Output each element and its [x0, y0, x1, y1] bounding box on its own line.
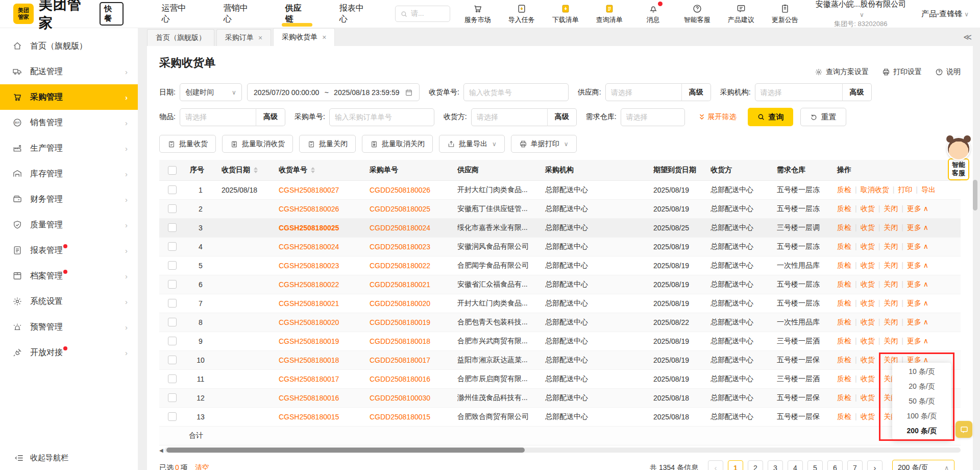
sidebar-item-finance[interactable]: 财务管理 ›: [0, 186, 138, 212]
row-checkbox[interactable]: [168, 185, 177, 194]
receipt-no-link[interactable]: CGSH2508180025: [279, 224, 339, 232]
nav-report-center[interactable]: 报表中心: [338, 1, 372, 27]
row-op-2[interactable]: 收货: [861, 393, 875, 402]
page-button-5[interactable]: 5: [807, 460, 823, 470]
page-button-6[interactable]: 6: [827, 460, 843, 470]
row-op-4[interactable]: 更多 ∧: [907, 242, 928, 250]
company-switcher[interactable]: 安徽蒸小皖...股份有限公司∨ 集团号: 83202086: [814, 0, 909, 29]
receiver-input[interactable]: [477, 113, 542, 121]
po-no-link[interactable]: CGDD2508180019: [370, 318, 430, 326]
receipt-no-link[interactable]: CGSH2508180024: [279, 243, 339, 251]
sidebar-item-delivery[interactable]: 配送管理 ›: [0, 59, 138, 84]
row-checkbox[interactable]: [168, 299, 177, 308]
po-no-link[interactable]: CGDD2508180025: [370, 205, 430, 213]
row-op-1[interactable]: 质检: [837, 356, 851, 364]
date-type-select[interactable]: 创建时间 ∨: [180, 83, 242, 101]
row-op-2[interactable]: 收货: [861, 299, 875, 307]
po-no-link[interactable]: CGDD2508180015: [370, 413, 430, 421]
po-no-link[interactable]: CGDD2508180020: [370, 299, 430, 308]
row-op-2[interactable]: 收货: [861, 223, 875, 231]
row-checkbox[interactable]: [168, 280, 177, 289]
sidebar-item-production[interactable]: 生产管理 ›: [0, 135, 138, 161]
batch-receive-button[interactable]: 批量收货: [159, 135, 216, 153]
row-op-2[interactable]: 收货: [861, 412, 875, 420]
page-button-3[interactable]: 3: [768, 460, 783, 470]
receipt-no-link[interactable]: CGSH2508180018: [279, 356, 339, 364]
row-op-1[interactable]: 质检: [837, 318, 851, 326]
row-op-1[interactable]: 质检: [837, 299, 851, 307]
row-op-1[interactable]: 质检: [837, 204, 851, 213]
collapse-tabs-icon[interactable]: ≪: [963, 32, 972, 42]
tab-purchase-receipts[interactable]: 采购收货单×: [273, 28, 335, 46]
row-op-4[interactable]: 导出: [921, 185, 936, 194]
supplier-input[interactable]: [611, 88, 676, 97]
close-icon[interactable]: ×: [322, 33, 326, 41]
row-op-1[interactable]: 质检: [837, 337, 851, 345]
purchase-org-advanced-button[interactable]: 高级: [842, 83, 872, 101]
row-op-3[interactable]: 关闭: [884, 261, 898, 269]
row-op-4[interactable]: 更多 ∧: [907, 299, 928, 307]
row-op-2[interactable]: 收货: [861, 318, 875, 326]
row-checkbox[interactable]: [168, 318, 177, 326]
receipt-no-link[interactable]: CGSH2508180015: [279, 413, 339, 421]
row-op-2[interactable]: 收货: [861, 374, 875, 383]
receipt-no-link[interactable]: CGSH2508180021: [279, 299, 339, 308]
row-op-3[interactable]: 关闭: [884, 204, 898, 213]
page-button-1[interactable]: 1: [728, 460, 743, 470]
hscroll-track[interactable]: [164, 448, 961, 453]
col-receipt-date[interactable]: 收货日期: [216, 160, 274, 180]
row-op-1[interactable]: 质检: [837, 412, 851, 420]
row-op-2[interactable]: 收货: [861, 280, 875, 288]
po-no-link[interactable]: CGDD2508180026: [370, 186, 430, 194]
row-op-2[interactable]: 收货: [861, 337, 875, 345]
row-op-3[interactable]: 打印: [898, 185, 912, 194]
supplier-advanced-button[interactable]: 高级: [681, 83, 711, 101]
row-checkbox[interactable]: [168, 337, 177, 345]
sidebar-item-home[interactable]: 首页（旗舰版）: [0, 33, 138, 59]
collapse-sidebar-button[interactable]: 收起导航栏: [0, 453, 138, 463]
row-op-4[interactable]: 更多 ∧: [907, 280, 928, 288]
receiver-advanced-button[interactable]: 高级: [547, 108, 577, 126]
item-advanced-button[interactable]: 高级: [256, 108, 285, 126]
download-list-button[interactable]: 下载清单: [551, 4, 580, 25]
row-op-2[interactable]: 收货: [861, 242, 875, 250]
po-no-link[interactable]: CGDD2508180017: [370, 356, 430, 364]
product-suggest-button[interactable]: 产品建议: [727, 4, 755, 25]
prev-page-button[interactable]: ‹: [708, 460, 723, 470]
row-op-1[interactable]: 质检: [837, 374, 851, 383]
po-no-input[interactable]: [335, 113, 429, 121]
sidebar-item-alerts[interactable]: 预警管理 ›: [0, 314, 138, 340]
page-button-4[interactable]: 4: [788, 460, 803, 470]
update-announcement-button[interactable]: 更新公告: [771, 4, 799, 25]
page-size-option[interactable]: 10 条/页: [892, 364, 951, 379]
row-op-4[interactable]: 更多 ∧: [907, 204, 928, 213]
row-op-1[interactable]: 质检: [837, 261, 851, 269]
smart-service-button[interactable]: 智能客服: [683, 4, 712, 25]
vertical-scrollbar-thumb[interactable]: [973, 180, 977, 210]
row-op-1[interactable]: 质检: [837, 280, 851, 288]
item-input[interactable]: [185, 113, 251, 121]
nav-marketing-center[interactable]: 营销中心: [223, 1, 256, 27]
receipt-no-link[interactable]: CGSH2508180017: [279, 375, 339, 383]
row-checkbox[interactable]: [168, 242, 177, 251]
row-op-4[interactable]: 更多 ∧: [907, 223, 928, 231]
row-op-1[interactable]: 质检: [837, 242, 851, 250]
messages-button[interactable]: 消息: [639, 4, 668, 25]
receipt-no-link[interactable]: CGSH2508180019: [279, 337, 339, 345]
row-op-2[interactable]: 取消收货: [861, 185, 889, 194]
tab-home[interactable]: 首页（旗舰版）: [147, 29, 214, 46]
sidebar-item-settings[interactable]: 系统设置 ›: [0, 289, 138, 314]
receipt-no-link[interactable]: CGSH2508180026: [279, 205, 339, 213]
batch-close-button[interactable]: 批量关闭: [299, 135, 356, 153]
receipt-no-link[interactable]: CGSH2508180023: [279, 262, 339, 270]
receipt-no-link[interactable]: CGSH2508180016: [279, 394, 339, 402]
query-scheme-settings-link[interactable]: 查询方案设置: [815, 67, 869, 77]
user-menu[interactable]: 产品-查锋锋∨: [921, 9, 969, 19]
row-op-1[interactable]: 质检: [837, 185, 851, 194]
sidebar-item-open-api[interactable]: 开放对接 ›: [0, 340, 138, 365]
po-no-link[interactable]: CGDD2508100030: [370, 394, 430, 402]
receipt-no-link[interactable]: CGSH2508180020: [279, 318, 339, 326]
expand-filters-link[interactable]: 展开筛选: [698, 112, 737, 122]
receipt-no-link[interactable]: CGSH2508180022: [279, 280, 339, 289]
po-no-link[interactable]: CGDD2508180018: [370, 337, 430, 345]
